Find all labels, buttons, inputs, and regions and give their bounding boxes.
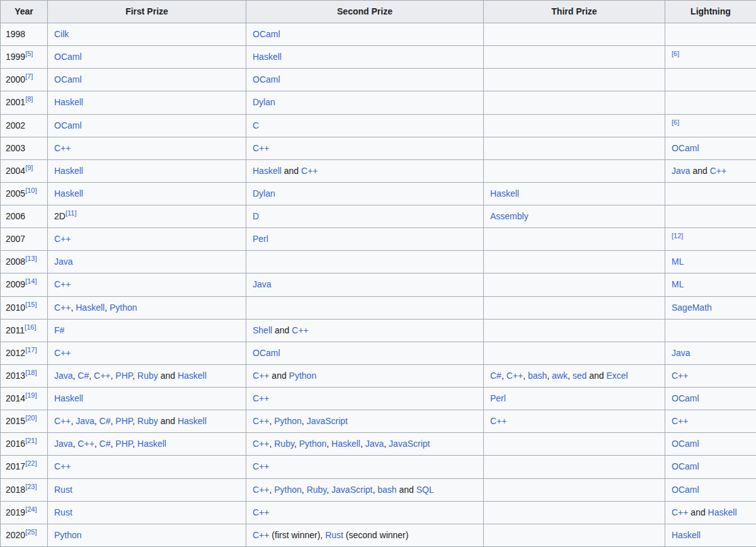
citation-link[interactable]: [22] xyxy=(25,460,37,468)
language-link[interactable]: C# xyxy=(100,416,111,426)
language-link[interactable]: Perl xyxy=(253,234,268,244)
language-link[interactable]: C++ xyxy=(253,143,269,153)
language-link[interactable]: Java xyxy=(54,371,73,381)
language-link[interactable]: C++ xyxy=(54,416,71,426)
language-link[interactable]: C++ xyxy=(253,485,269,495)
language-link[interactable]: C++ xyxy=(253,371,269,381)
language-link[interactable]: OCaml xyxy=(54,52,82,62)
language-link[interactable]: awk xyxy=(552,371,568,381)
language-link[interactable]: OCaml xyxy=(672,485,699,495)
language-link[interactable]: C++ xyxy=(54,143,71,153)
language-link[interactable]: C++ xyxy=(54,279,71,289)
language-link[interactable]: Haskell xyxy=(253,52,282,62)
language-link[interactable]: OCaml xyxy=(672,143,699,153)
language-link[interactable]: C xyxy=(253,120,259,130)
citation-link[interactable]: [20] xyxy=(25,415,37,422)
language-link[interactable]: SQL xyxy=(416,485,434,495)
language-link[interactable]: Python xyxy=(274,416,302,426)
language-link[interactable]: sed xyxy=(573,371,587,381)
language-link[interactable]: Haskell xyxy=(54,188,83,199)
language-link[interactable]: Python xyxy=(289,371,317,381)
language-link[interactable]: Haskell xyxy=(137,439,166,449)
language-link[interactable]: C++ xyxy=(253,530,269,540)
language-link[interactable]: C++ xyxy=(292,325,308,335)
language-link[interactable]: OCaml xyxy=(253,29,280,39)
language-link[interactable]: OCaml xyxy=(672,439,699,449)
language-link[interactable]: Haskell xyxy=(708,507,737,517)
citation-link[interactable]: [23] xyxy=(25,483,37,490)
language-link[interactable]: Cilk xyxy=(54,29,69,39)
language-link[interactable]: Haskell xyxy=(490,188,519,199)
language-link[interactable]: C++ xyxy=(54,461,71,471)
language-link[interactable]: C++ xyxy=(672,416,688,426)
language-link[interactable]: C# xyxy=(100,439,111,449)
citation-link[interactable]: [10] xyxy=(25,187,37,194)
language-link[interactable]: C++ xyxy=(672,371,688,381)
language-link[interactable]: C++ xyxy=(253,461,269,471)
language-link[interactable]: OCaml xyxy=(253,348,280,358)
citation-link[interactable]: [18] xyxy=(25,369,37,376)
language-link[interactable]: OCaml xyxy=(54,74,82,84)
citation-link[interactable]: [5] xyxy=(25,50,33,58)
language-link[interactable]: Haskell xyxy=(54,393,83,403)
language-link[interactable]: C++ xyxy=(253,439,269,449)
language-link[interactable]: Haskell xyxy=(331,439,360,449)
language-link[interactable]: Java xyxy=(76,416,94,426)
language-link[interactable]: C++ xyxy=(710,166,726,176)
language-link[interactable]: Rust xyxy=(325,530,343,540)
citation-link[interactable]: [13] xyxy=(25,255,37,263)
citation-link[interactable]: [17] xyxy=(25,346,37,354)
citation-link[interactable]: [24] xyxy=(25,505,37,513)
language-link[interactable]: Ruby xyxy=(137,371,158,381)
language-link[interactable]: bash xyxy=(377,485,396,495)
language-link[interactable]: C++ xyxy=(253,507,269,517)
language-link[interactable]: Haskell xyxy=(76,302,105,313)
language-link[interactable]: C++ xyxy=(672,507,688,517)
language-link[interactable]: Java xyxy=(672,166,690,176)
citation-link[interactable]: [8] xyxy=(25,96,33,103)
citation-link[interactable]: [14] xyxy=(25,278,37,285)
language-link[interactable]: Assembly xyxy=(490,211,529,221)
citation-link[interactable]: [12] xyxy=(672,233,683,240)
language-link[interactable]: C++ xyxy=(54,348,71,358)
language-link[interactable]: Java xyxy=(672,348,690,358)
language-link[interactable]: Java xyxy=(54,439,73,449)
language-link[interactable]: SageMath xyxy=(672,302,712,313)
language-link[interactable]: PHP xyxy=(115,371,132,381)
language-link[interactable]: Ruby xyxy=(274,439,294,449)
language-link[interactable]: Haskell xyxy=(178,371,207,381)
language-link[interactable]: Rust xyxy=(54,485,72,495)
language-link[interactable]: OCaml xyxy=(672,393,699,403)
language-link[interactable]: F# xyxy=(54,325,64,335)
language-link[interactable]: Python xyxy=(110,302,137,313)
language-link[interactable]: Rust xyxy=(54,507,72,517)
language-link[interactable]: Dylan xyxy=(253,188,275,199)
language-link[interactable]: Python xyxy=(54,530,82,540)
language-link[interactable]: Python xyxy=(274,485,302,495)
citation-link[interactable]: [19] xyxy=(25,391,37,399)
language-link[interactable]: Java xyxy=(365,439,384,449)
citation-link[interactable]: [21] xyxy=(25,437,37,445)
language-link[interactable]: C# xyxy=(77,371,89,381)
language-link[interactable]: D xyxy=(253,211,259,221)
language-link[interactable]: Java xyxy=(253,279,272,289)
language-link[interactable]: C++ xyxy=(507,371,523,381)
language-link[interactable]: PHP xyxy=(115,439,132,449)
language-link[interactable]: OCaml xyxy=(672,461,699,471)
language-link[interactable]: OCaml xyxy=(253,74,280,84)
language-link[interactable]: JavaScript xyxy=(331,485,372,495)
citation-link[interactable]: [7] xyxy=(25,73,33,81)
language-link[interactable]: C++ xyxy=(54,302,71,313)
language-link[interactable]: bash xyxy=(528,371,547,381)
language-link[interactable]: ML xyxy=(672,279,684,289)
language-link[interactable]: Haskell xyxy=(54,166,83,176)
citation-link[interactable]: [6] xyxy=(672,50,679,58)
language-link[interactable]: Python xyxy=(299,439,327,449)
language-link[interactable]: Perl xyxy=(490,393,506,403)
language-link[interactable]: C++ xyxy=(77,439,94,449)
citation-link[interactable]: [11] xyxy=(66,209,77,217)
citation-link[interactable]: [6] xyxy=(672,118,679,126)
language-link[interactable]: C++ xyxy=(253,416,269,426)
language-link[interactable]: Haskell xyxy=(253,166,282,176)
language-link[interactable]: Haskell xyxy=(178,416,207,426)
